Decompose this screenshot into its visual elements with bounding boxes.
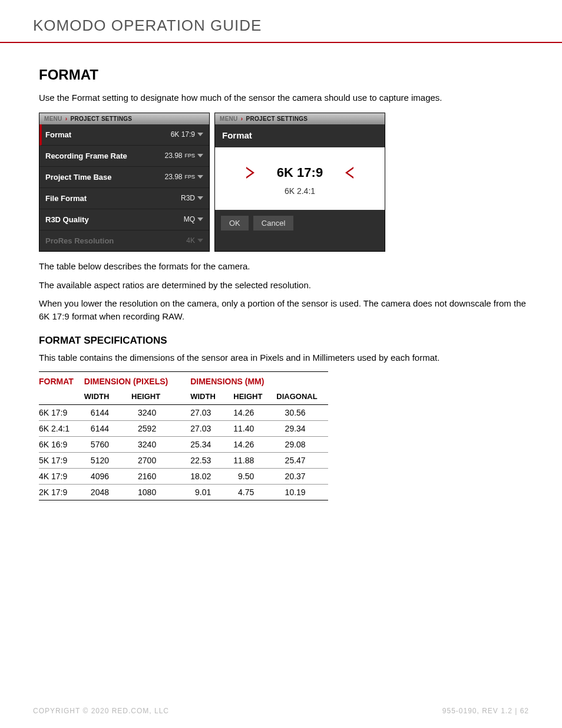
- spec-table: FORMAT DIMENSION (PIXELS) DIMENSIONS (MM…: [39, 371, 328, 500]
- table-cell: 29.34: [276, 420, 328, 436]
- table-cell: 2048: [84, 484, 131, 500]
- table-row: 6K 2.4:16144259227.0311.4029.34: [39, 420, 328, 436]
- table-row: 4K 17:94096216018.029.5020.37: [39, 468, 328, 484]
- setting-row[interactable]: Project Time Base23.98FPS: [39, 167, 209, 188]
- setting-value: MQ: [184, 215, 203, 223]
- table-cell: 14.26: [233, 404, 276, 420]
- col-format: FORMAT: [39, 371, 84, 389]
- table-cell: 27.03: [190, 420, 233, 436]
- body-text: When you lower the resolution on the cam…: [39, 297, 529, 323]
- setting-label: ProRes Resolution: [45, 236, 114, 245]
- table-cell: 22.53: [190, 452, 233, 468]
- table-cell: 4.75: [233, 484, 276, 500]
- table-cell: 6K 16:9: [39, 436, 84, 452]
- chevron-down-icon: [197, 239, 203, 242]
- setting-label: File Format: [45, 194, 87, 203]
- table-row: 5K 17:95120270022.5311.8825.47: [39, 452, 328, 468]
- breadcrumb-crumb: PROJECT SETTINGS: [246, 116, 308, 122]
- col-dim-px: DIMENSION (PIXELS): [84, 371, 178, 389]
- setting-label: R3D Quality: [45, 215, 89, 224]
- section-title: FORMAT: [39, 67, 529, 83]
- table-cell: 9.01: [190, 484, 233, 500]
- table-cell: 6144: [84, 404, 131, 420]
- chevron-down-icon: [197, 133, 203, 136]
- format-selector: 6K 17:9 6K 2.4:1: [215, 147, 385, 210]
- table-cell: 3240: [131, 436, 178, 452]
- page-footer: COPYRIGHT © 2020 RED.COM, LLC 955-0190, …: [33, 707, 529, 715]
- table-cell: 6K 17:9: [39, 404, 84, 420]
- next-format: 6K 2.4:1: [215, 186, 385, 196]
- table-cell: 1080: [131, 484, 178, 500]
- table-cell: 4K 17:9: [39, 468, 84, 484]
- arrow-next-icon[interactable]: [345, 167, 353, 179]
- table-cell: 27.03: [190, 404, 233, 420]
- setting-row[interactable]: ProRes Resolution4K: [39, 230, 209, 251]
- setting-row[interactable]: File FormatR3D: [39, 188, 209, 209]
- table-cell: 14.26: [233, 436, 276, 452]
- table-cell: 9.50: [233, 468, 276, 484]
- setting-value: R3D: [181, 194, 203, 202]
- table-row: 2K 17:9204810809.014.7510.19: [39, 484, 328, 500]
- table-row: 6K 17:96144324027.0314.2630.56: [39, 404, 328, 420]
- col-height: HEIGHT: [233, 389, 276, 405]
- table-cell: 2592: [131, 420, 178, 436]
- setting-value: 4K: [186, 236, 203, 245]
- table-cell: 11.88: [233, 452, 276, 468]
- breadcrumb: MENU › PROJECT SETTINGS: [215, 113, 385, 124]
- table-cell: 20.37: [276, 468, 328, 484]
- ok-button[interactable]: OK: [221, 216, 249, 230]
- col-width: WIDTH: [190, 389, 233, 405]
- col-dim-mm: DIMENSIONS (MM): [190, 371, 328, 389]
- table-cell: 11.40: [233, 420, 276, 436]
- subsection-title: FORMAT SPECIFICATIONS: [39, 335, 529, 347]
- breadcrumb-menu: MENU: [220, 116, 238, 122]
- setting-row[interactable]: Recording Frame Rate23.98FPS: [39, 146, 209, 167]
- table-cell: 6144: [84, 420, 131, 436]
- chevron-down-icon: [197, 154, 203, 157]
- setting-label: Format: [45, 130, 71, 139]
- arrow-prev-icon[interactable]: [246, 167, 254, 179]
- breadcrumb-menu: MENU: [44, 116, 62, 122]
- body-text: The table below describes the formats fo…: [39, 260, 529, 273]
- table-cell: 5760: [84, 436, 131, 452]
- selected-format: 6K 17:9: [277, 165, 323, 180]
- page-info: 955-0190, REV 1.2 | 62: [442, 707, 529, 715]
- table-cell: 25.47: [276, 452, 328, 468]
- setting-row[interactable]: R3D QualityMQ: [39, 209, 209, 230]
- table-cell: 4096: [84, 468, 131, 484]
- chevron-right-icon: ›: [241, 116, 243, 122]
- table-cell: 25.34: [190, 436, 233, 452]
- chevron-down-icon: [197, 175, 203, 179]
- intro-text: Use the Format setting to designate how …: [39, 91, 529, 104]
- chevron-down-icon: [197, 196, 203, 200]
- settings-panel: MENU › PROJECT SETTINGS Format6K 17:9Rec…: [39, 113, 210, 252]
- setting-label: Recording Frame Rate: [45, 151, 127, 160]
- setting-value: 6K 17:9: [171, 130, 203, 139]
- table-cell: 3240: [131, 404, 178, 420]
- spec-desc: This table contains the dimensions of th…: [39, 351, 529, 364]
- table-cell: 29.08: [276, 436, 328, 452]
- col-width: WIDTH: [84, 389, 131, 405]
- chevron-right-icon: ›: [65, 116, 68, 122]
- setting-value: 23.98FPS: [164, 173, 203, 181]
- format-select-panel: MENU › PROJECT SETTINGS Format 6K 17:9 6…: [214, 113, 385, 252]
- table-cell: 2700: [131, 452, 178, 468]
- col-diagonal: DIAGONAL: [276, 389, 328, 405]
- table-cell: 30.56: [276, 404, 328, 420]
- copyright: COPYRIGHT © 2020 RED.COM, LLC: [33, 707, 169, 715]
- table-cell: 5120: [84, 452, 131, 468]
- body-text: The available aspect ratios are determin…: [39, 279, 529, 292]
- table-cell: 6K 2.4:1: [39, 420, 84, 436]
- setting-row[interactable]: Format6K 17:9: [39, 124, 209, 146]
- table-cell: 18.02: [190, 468, 233, 484]
- table-cell: 2160: [131, 468, 178, 484]
- table-cell: 5K 17:9: [39, 452, 84, 468]
- chevron-down-icon: [197, 218, 203, 221]
- table-cell: 10.19: [276, 484, 328, 500]
- cancel-button[interactable]: Cancel: [253, 216, 293, 230]
- table-row: 6K 16:95760324025.3414.2629.08: [39, 436, 328, 452]
- table-cell: 2K 17:9: [39, 484, 84, 500]
- page-header: KOMODO OPERATION GUIDE: [0, 0, 562, 43]
- col-height: HEIGHT: [131, 389, 178, 405]
- panel-title: Format: [215, 124, 385, 147]
